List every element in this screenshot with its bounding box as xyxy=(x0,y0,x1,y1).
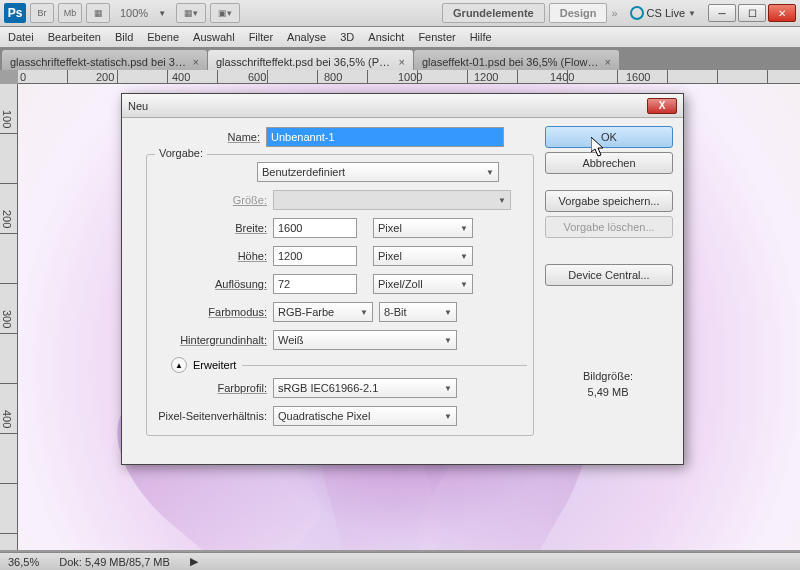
menu-bar: Datei Bearbeiten Bild Ebene Auswahl Filt… xyxy=(0,27,800,48)
preset-dropdown[interactable]: Benutzerdefiniert▼ xyxy=(257,162,499,182)
doc-tab-1[interactable]: glasschrifteffekt.psd bei 36,5% (PSD, RG… xyxy=(208,50,413,70)
bgcontent-dropdown[interactable]: Weiß▼ xyxy=(273,330,457,350)
close-icon[interactable]: × xyxy=(193,56,199,68)
status-doc-size[interactable]: Dok: 5,49 MB/85,7 MB xyxy=(59,556,170,568)
dialog-titlebar[interactable]: Neu X xyxy=(122,94,683,118)
label-colorprofile: Farbprofil: xyxy=(153,382,273,394)
zoom-level[interactable]: 100% xyxy=(120,7,148,19)
menu-ansicht[interactable]: Ansicht xyxy=(368,31,404,43)
menu-ebene[interactable]: Ebene xyxy=(147,31,179,43)
label-resolution: Auflösung: xyxy=(153,278,273,290)
workspace-design[interactable]: Design xyxy=(549,3,608,23)
close-icon[interactable]: × xyxy=(399,56,405,68)
screen-mode-button[interactable]: ▣▾ xyxy=(210,3,240,23)
ruler-horizontal: 02004006008001000120014001600 xyxy=(18,70,800,84)
title-bar: Ps Br Mb ▦ 100% ▼ ▦▾ ▣▾ Grundelemente De… xyxy=(0,0,800,27)
ruler-vertical: 100200300400 xyxy=(0,84,18,550)
size-dropdown: ▼ xyxy=(273,190,511,210)
menu-fenster[interactable]: Fenster xyxy=(418,31,455,43)
colormode-dropdown[interactable]: RGB-Farbe▼ xyxy=(273,302,373,322)
label-colormode: Farbmodus: xyxy=(153,306,273,318)
height-unit-dropdown[interactable]: Pixel▼ xyxy=(373,246,473,266)
resolution-input[interactable]: 72 xyxy=(273,274,357,294)
menu-3d[interactable]: 3D xyxy=(340,31,354,43)
cslive-icon xyxy=(630,6,644,20)
doc-tab-0[interactable]: glasschrifteffekt-statisch.psd bei 36,..… xyxy=(2,50,207,70)
bitdepth-dropdown[interactable]: 8-Bit▼ xyxy=(379,302,457,322)
workspace-grundelemente[interactable]: Grundelemente xyxy=(442,3,545,23)
document-tabs: glasschrifteffekt-statisch.psd bei 36,..… xyxy=(0,48,800,70)
close-icon[interactable]: × xyxy=(605,56,611,68)
label-width: Breite: xyxy=(153,222,273,234)
bridge-button[interactable]: Br xyxy=(30,3,54,23)
doc-tab-2[interactable]: glaseffekt-01.psd bei 36,5% (Flower...× xyxy=(414,50,619,70)
par-dropdown[interactable]: Quadratische Pixel▼ xyxy=(273,406,457,426)
status-zoom[interactable]: 36,5% xyxy=(8,556,39,568)
label-size: Größe: xyxy=(153,194,273,206)
workspace-more-icon[interactable]: » xyxy=(611,7,617,19)
menu-datei[interactable]: Datei xyxy=(8,31,34,43)
save-preset-button[interactable]: Vorgabe speichern... xyxy=(545,190,673,212)
chevron-down-icon[interactable]: ▼ xyxy=(158,9,166,18)
menu-bild[interactable]: Bild xyxy=(115,31,133,43)
dialog-close-button[interactable]: X xyxy=(647,98,677,114)
new-document-dialog: Neu X Name: Unbenannt-1 Vorgabe: Benutze… xyxy=(121,93,684,465)
width-unit-dropdown[interactable]: Pixel▼ xyxy=(373,218,473,238)
name-input[interactable]: Unbenannt-1 xyxy=(266,127,504,147)
arrange-docs-button[interactable]: ▦▾ xyxy=(176,3,206,23)
preset-group: Vorgabe: Benutzerdefiniert▼ Größe: ▼ Bre… xyxy=(146,154,534,436)
menu-bearbeiten[interactable]: Bearbeiten xyxy=(48,31,101,43)
maximize-button[interactable]: ☐ xyxy=(738,4,766,22)
cancel-button[interactable]: Abbrechen xyxy=(545,152,673,174)
dialog-title: Neu xyxy=(128,100,647,112)
delete-preset-button: Vorgabe löschen... xyxy=(545,216,673,238)
minimize-button[interactable]: ─ xyxy=(708,4,736,22)
chevron-up-icon: ▲ xyxy=(171,357,187,373)
label-preset: Vorgabe: xyxy=(155,147,207,159)
width-input[interactable]: 1600 xyxy=(273,218,357,238)
cs-live-button[interactable]: CS Live ▼ xyxy=(630,6,696,20)
status-arrow-icon[interactable]: ▶ xyxy=(190,555,198,568)
resolution-unit-dropdown[interactable]: Pixel/Zoll▼ xyxy=(373,274,473,294)
label-bgcontent: Hintergrundinhalt: xyxy=(153,334,273,346)
label-height: Höhe: xyxy=(153,250,273,262)
colorprofile-dropdown[interactable]: sRGB IEC61966-2.1▼ xyxy=(273,378,457,398)
file-size-info: Bildgröße: 5,49 MB xyxy=(553,370,663,398)
close-button[interactable]: ✕ xyxy=(768,4,796,22)
label-name: Name: xyxy=(146,131,266,143)
menu-auswahl[interactable]: Auswahl xyxy=(193,31,235,43)
mini-bridge-button[interactable]: Mb xyxy=(58,3,82,23)
menu-hilfe[interactable]: Hilfe xyxy=(470,31,492,43)
photoshop-logo: Ps xyxy=(4,3,26,23)
device-central-button[interactable]: Device Central... xyxy=(545,264,673,286)
ok-button[interactable]: OK xyxy=(545,126,673,148)
menu-analyse[interactable]: Analyse xyxy=(287,31,326,43)
menu-filter[interactable]: Filter xyxy=(249,31,273,43)
advanced-toggle[interactable]: ▲ Erweitert xyxy=(171,357,527,373)
chevron-down-icon: ▼ xyxy=(486,168,494,177)
view-extras-button[interactable]: ▦ xyxy=(86,3,110,23)
height-input[interactable]: 1200 xyxy=(273,246,357,266)
label-par: Pixel-Seitenverhältnis: xyxy=(153,410,273,422)
status-bar: 36,5% Dok: 5,49 MB/85,7 MB ▶ xyxy=(0,552,800,570)
